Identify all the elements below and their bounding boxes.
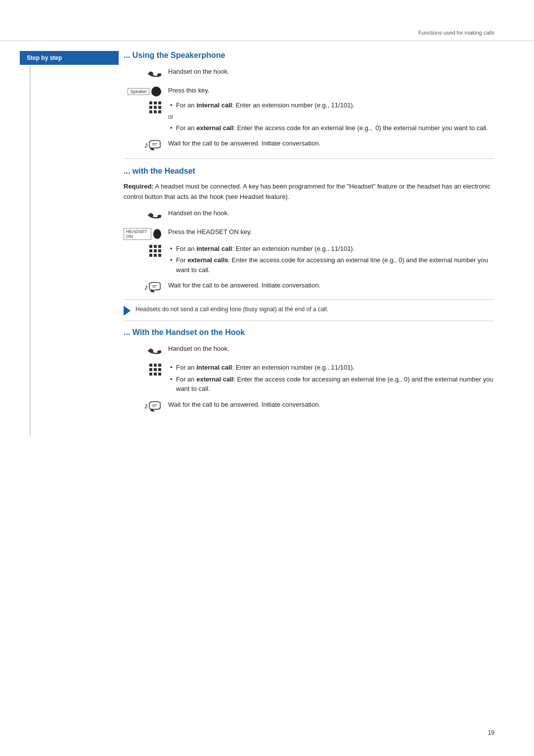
wait-text-2: Wait for the call to be answered. Initia… [168, 281, 494, 290]
keypad-icon-2 [124, 244, 168, 257]
keypad-bullets-2: For an internal call: Enter an extension… [168, 244, 494, 277]
step-speaker-btn: Speaker Press this key. [124, 86, 494, 96]
note-box: Headsets do not send a call ending tone … [124, 299, 494, 321]
keypad-bullets-1: For an internal call: Enter an extension… [168, 100, 494, 135]
step-keypad-1: For an internal call: Enter an extension… [124, 100, 494, 135]
headset-on-label: HEADSET ON [124, 228, 151, 240]
step-wait-3: ♪ Wait for the call to be answered. Init… [124, 400, 494, 412]
wait-icon-2: ♪ [124, 281, 168, 292]
wait-text-3: Wait for the call to be answered. Initia… [168, 400, 494, 410]
headset-press-text: Press the HEADSET ON key. [168, 227, 494, 237]
speakerphone-title: ... Using the Speakerphone [124, 51, 494, 60]
handset-text-1: Handset on the hook. [168, 67, 494, 77]
page-header: Functions used for making calls [0, 0, 534, 41]
speaker-press-text: Press this key. [168, 86, 494, 95]
wait-icon-1: ♪ [124, 139, 168, 150]
keypad-bullets-3: For an internal call: Enter an extension… [168, 363, 494, 396]
circle-button-icon [151, 87, 161, 96]
handset-hook-title: ... With the Handset on the Hook [124, 328, 494, 337]
headset-on-icon: HEADSET ON [124, 227, 168, 240]
step-handset-hook-1: Handset on the hook. [124, 67, 494, 82]
wait-text-1: Wait for the call to be answered. Initia… [168, 139, 494, 148]
handset-icon-1 [124, 67, 168, 82]
note-text: Headsets do not send a call ending tone … [135, 305, 328, 314]
step-wait-2: ♪ Wait for the call to be answered. Init… [124, 281, 494, 292]
handset-icon-2 [124, 208, 168, 223]
handset-text-2: Handset on the hook. [168, 208, 494, 218]
step-wait-1: ♪ Wait for the call to be answered. Init… [124, 139, 494, 150]
speaker-button-icon: Speaker [124, 86, 168, 96]
keypad-icon-1 [124, 100, 168, 113]
headset-title: ... with the Headset [124, 167, 494, 176]
page-number: 19 [488, 729, 494, 736]
step-headset-btn: HEADSET ON Press the HEADSET ON key. [124, 227, 494, 240]
step-handset-hook-3: Handset on the hook. [124, 344, 494, 359]
required-text: Required: A headset must be connected. A… [124, 182, 494, 202]
wait-icon-3: ♪ [124, 400, 168, 412]
step-handset-hook-2: Handset on the hook. [124, 208, 494, 223]
header-text: Functions used for making calls [418, 30, 494, 36]
speaker-label: Speaker [128, 88, 149, 95]
handset-icon-3 [124, 344, 168, 359]
step-by-step-label: Step by step [20, 51, 119, 65]
note-arrow-icon [124, 306, 131, 316]
handset-text-3: Handset on the hook. [168, 344, 494, 354]
keypad-icon-3 [124, 363, 168, 376]
step-keypad-2: For an internal call: Enter an extension… [124, 244, 494, 277]
step-keypad-3: For an internal call: Enter an extension… [124, 363, 494, 396]
headset-circle-btn-icon [153, 229, 161, 239]
